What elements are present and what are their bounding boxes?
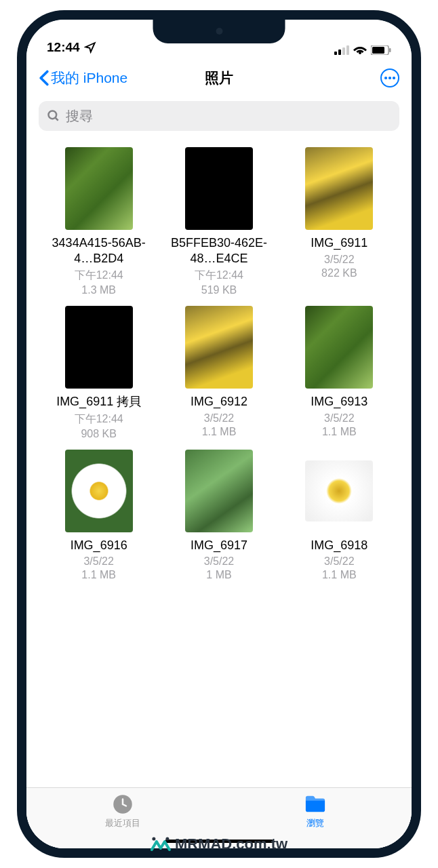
file-date: 下午12:44 <box>195 269 243 283</box>
file-item[interactable]: IMG_6911 拷貝下午12:44908 KB <box>43 306 155 440</box>
file-item[interactable]: B5FFEB30-462E-48…E4CE下午12:44519 KB <box>163 147 275 296</box>
file-thumbnail <box>185 306 253 389</box>
file-thumbnail <box>185 147 253 230</box>
back-label: 我的 iPhone <box>51 68 127 87</box>
svg-point-11 <box>165 837 169 841</box>
file-item[interactable]: IMG_69173/5/221 MB <box>163 450 275 582</box>
file-item[interactable]: IMG_69183/5/221.1 MB <box>283 450 395 582</box>
file-item[interactable]: IMG_69163/5/221.1 MB <box>43 450 155 582</box>
svg-rect-1 <box>338 50 341 55</box>
file-size: 519 KB <box>201 284 237 296</box>
file-item[interactable]: IMG_69123/5/221.1 MB <box>163 306 275 440</box>
svg-point-7 <box>49 111 57 119</box>
file-date: 下午12:44 <box>75 412 123 427</box>
svg-line-8 <box>56 118 58 121</box>
file-date: 3/5/22 <box>204 412 234 425</box>
file-date: 下午12:44 <box>75 269 123 283</box>
search-input[interactable]: 搜尋 <box>39 101 399 131</box>
chevron-left-icon <box>39 70 49 86</box>
file-date: 3/5/22 <box>324 412 354 425</box>
watermark: MRMAD.com.tw <box>151 835 287 853</box>
location-arrow-icon <box>84 41 96 54</box>
search-placeholder: 搜尋 <box>66 107 93 125</box>
file-item[interactable]: IMG_69113/5/22822 KB <box>283 147 395 296</box>
file-grid-scroll[interactable]: 3434A415-56AB-4…B2D4下午12:441.3 MBB5FFEB3… <box>26 139 412 787</box>
file-name: IMG_6913 <box>311 394 367 410</box>
file-date: 3/5/22 <box>83 555 113 568</box>
file-name: IMG_6916 <box>71 538 127 553</box>
back-button[interactable]: 我的 iPhone <box>39 68 127 87</box>
file-name: 3434A415-56AB-4…B2D4 <box>45 235 153 266</box>
file-name: IMG_6911 <box>311 235 367 251</box>
status-time: 12:44 <box>47 40 80 55</box>
device-notch <box>153 20 285 43</box>
file-thumbnail <box>65 306 133 389</box>
file-size: 1.1 MB <box>81 569 116 581</box>
file-thumbnail <box>65 147 133 230</box>
file-size: 1 MB <box>206 569 231 581</box>
battery-icon <box>371 45 391 55</box>
file-size: 908 KB <box>81 428 116 440</box>
file-size: 822 KB <box>321 267 357 279</box>
file-name: B5FFEB30-462E-48…E4CE <box>165 235 273 266</box>
more-button[interactable] <box>380 68 399 87</box>
cellular-icon <box>334 45 349 55</box>
wifi-icon <box>353 45 367 55</box>
watermark-text: MRMAD.com.tw <box>175 835 287 853</box>
svg-rect-3 <box>346 45 349 55</box>
file-thumbnail <box>305 460 373 521</box>
file-name: IMG_6918 <box>311 538 367 553</box>
file-item[interactable]: IMG_69133/5/221.1 MB <box>283 306 395 440</box>
page-title: 照片 <box>205 68 233 87</box>
navigation-bar: 我的 iPhone 照片 <box>26 59 412 97</box>
svg-rect-6 <box>389 48 391 52</box>
file-date: 3/5/22 <box>324 555 354 568</box>
file-size: 1.3 MB <box>81 284 116 296</box>
svg-point-10 <box>152 837 155 841</box>
watermark-logo-icon <box>151 836 171 852</box>
file-name: IMG_6917 <box>191 538 247 553</box>
file-thumbnail <box>185 450 253 532</box>
file-size: 1.1 MB <box>322 569 357 581</box>
svg-rect-2 <box>342 47 345 55</box>
file-name: IMG_6911 拷貝 <box>56 394 141 410</box>
clock-icon <box>112 793 134 815</box>
search-icon <box>47 109 60 123</box>
tab-browse-label: 瀏覽 <box>306 817 324 829</box>
file-date: 3/5/22 <box>324 254 354 266</box>
file-date: 3/5/22 <box>204 555 234 568</box>
file-item[interactable]: 3434A415-56AB-4…B2D4下午12:441.3 MB <box>43 147 155 296</box>
file-thumbnail <box>305 306 373 389</box>
svg-rect-0 <box>334 52 337 55</box>
file-name: IMG_6912 <box>191 394 247 410</box>
file-size: 1.1 MB <box>322 426 357 438</box>
file-thumbnail <box>305 147 373 230</box>
file-thumbnail <box>65 450 133 532</box>
tab-recent-label: 最近項目 <box>105 817 140 829</box>
ellipsis-icon <box>384 77 395 79</box>
file-size: 1.1 MB <box>202 426 237 438</box>
svg-rect-5 <box>372 47 384 54</box>
folder-icon <box>304 793 326 815</box>
